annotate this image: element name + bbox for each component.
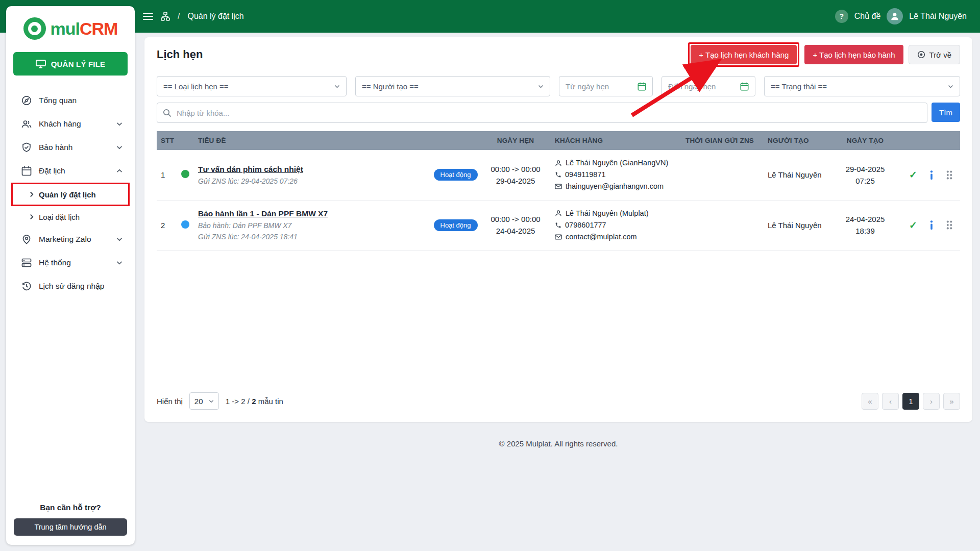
sidebar-item-lich-su-dang-nhap[interactable]: Lịch sử đăng nhập <box>6 274 135 298</box>
user-name[interactable]: Lê Thái Nguyên <box>909 12 967 21</box>
chevron-right-icon <box>30 191 34 197</box>
menu-toggle-icon[interactable] <box>143 12 153 20</box>
created-time: 07:25 <box>832 175 898 187</box>
sidebar-item-marketing-zalo[interactable]: Marketing Zalo <box>6 228 135 251</box>
search-button[interactable]: Tìm <box>932 103 960 122</box>
guide-center-button[interactable]: Trung tâm hướng dẫn <box>14 518 127 536</box>
sidebar-footer: Bạn cần hỗ trợ? Trung tâm hướng dẫn <box>6 503 135 545</box>
creator-name: Lê Thái Nguyên <box>761 170 832 179</box>
search-input[interactable] <box>157 103 927 123</box>
sidebar-item-khach-hang[interactable]: Khách hàng <box>6 112 135 136</box>
sidebar-item-bao-hanh[interactable]: Bảo hành <box>6 136 135 159</box>
topbar: / Quản lý đặt lịch ? Chủ đề Lê Thái Nguy… <box>0 0 980 33</box>
file-manager-button[interactable]: QUẢN LÝ FILE <box>13 52 128 76</box>
appointment-title-link[interactable]: Tư vấn dán phim cách nhiệt <box>198 165 303 174</box>
appointment-date: 29-04-2025 <box>482 175 549 187</box>
zns-note: Gửi ZNS lúc: 24-04-2025 18:41 <box>198 233 429 241</box>
mail-icon <box>555 234 562 240</box>
chevron-right-icon <box>30 214 34 220</box>
annotation-box-sidebar: Quản lý đặt lịch <box>11 183 130 206</box>
main-content: Lịch hẹn + Tạo lịch hẹn khách hàng + Tạo… <box>144 37 972 448</box>
more-actions-icon[interactable] <box>946 170 953 180</box>
person-icon <box>555 210 562 217</box>
row-index: 2 <box>157 221 181 230</box>
theme-label[interactable]: Chủ đề <box>854 12 881 21</box>
create-customer-appointment-button[interactable]: + Tạo lịch hẹn khách hàng <box>691 45 797 64</box>
history-icon <box>21 281 32 291</box>
phone-icon <box>555 171 561 178</box>
pagination-next-button[interactable]: › <box>923 393 940 410</box>
app-logo[interactable]: mulCRM <box>6 6 135 51</box>
back-button[interactable]: Trở về <box>909 45 960 64</box>
sidebar-menu: Tổng quan Khách hàng Bảo hành Đặt lịch Q… <box>6 89 135 503</box>
chevron-down-icon <box>116 237 122 241</box>
created-date: 29-04-2025 <box>832 163 898 175</box>
chevron-down-icon <box>334 85 340 88</box>
table-row: 2 Bảo hành lần 1 - Dán PPF BMW X7 Bảo hà… <box>157 201 960 251</box>
theme-icon[interactable]: ? <box>835 10 848 23</box>
table-row: 1 Tư vấn dán phim cách nhiệt Gửi ZNS lúc… <box>157 150 960 201</box>
customer-name: Lê Thái Nguyên (GianHangVN) <box>566 157 668 169</box>
table-header-row: STT TIÊU ĐỀ NGÀY HẸN KHÁCH HÀNG THỜI GIA… <box>157 131 960 150</box>
pagination-page-1-button[interactable]: 1 <box>902 393 919 410</box>
sidebar-item-he-thong[interactable]: Hệ thống <box>6 251 135 274</box>
chevron-down-icon <box>116 122 122 126</box>
mail-icon <box>555 184 562 189</box>
row-index: 1 <box>157 170 181 179</box>
user-avatar[interactable] <box>887 8 903 24</box>
appointment-date: 24-04-2025 <box>482 225 549 237</box>
logo-icon <box>23 17 46 40</box>
sidebar-item-dat-lich[interactable]: Đặt lịch <box>6 159 135 183</box>
page-size-select[interactable]: 20 <box>189 392 219 410</box>
search-bar: Tìm <box>157 103 960 123</box>
page-title: Lịch hẹn <box>157 48 203 61</box>
users-icon <box>21 119 32 129</box>
confirm-action-icon[interactable]: ✓ <box>909 169 917 181</box>
chevron-down-icon <box>538 85 544 88</box>
filter-status-select[interactable]: == Trạng thái == <box>764 76 960 96</box>
breadcrumb-separator: / <box>178 12 180 21</box>
filter-from-date-input[interactable]: Từ ngày hẹn <box>559 76 653 96</box>
customer-name: Lê Thái Nguyên (Mulplat) <box>566 208 649 219</box>
appointments-card: Lịch hẹn + Tạo lịch hẹn khách hàng + Tạo… <box>144 37 972 422</box>
chevron-down-icon <box>948 85 953 88</box>
support-text: Bạn cần hỗ trợ? <box>6 503 135 512</box>
created-date: 24-04-2025 <box>832 213 898 225</box>
sidebar-subitem-quan-ly-dat-lich[interactable]: Quản lý đặt lịch <box>13 184 128 205</box>
phone-icon <box>555 222 561 229</box>
appointments-table: STT TIÊU ĐỀ NGÀY HẸN KHÁCH HÀNG THỜI GIA… <box>157 131 960 251</box>
logo-text-mul: mul <box>51 19 80 38</box>
appointment-time: 00:00 -> 00:00 <box>482 163 549 175</box>
pagination-last-button[interactable]: » <box>943 393 960 410</box>
filter-type-select[interactable]: == Loại lịch hẹn == <box>157 76 347 96</box>
confirm-action-icon[interactable]: ✓ <box>909 219 917 231</box>
info-action-icon[interactable] <box>929 220 934 230</box>
logo-text-crm: CRM <box>80 19 117 38</box>
appointment-title-link[interactable]: Bảo hành lần 1 - Dán PPF BMW X7 <box>198 209 328 218</box>
pagination-prev-button[interactable]: ‹ <box>882 393 899 410</box>
target-icon <box>917 51 925 59</box>
chevron-down-icon <box>209 399 214 403</box>
breadcrumb[interactable]: Quản lý đặt lịch <box>187 12 243 21</box>
pagination-first-button[interactable]: « <box>862 393 878 410</box>
sitemap-icon[interactable] <box>161 12 170 21</box>
filter-creator-select[interactable]: == Người tạo == <box>355 76 550 96</box>
zns-note: Gửi ZNS lúc: 29-04-2025 07:26 <box>198 177 429 185</box>
sidebar-subitem-loai-dat-lich[interactable]: Loại đặt lịch <box>6 206 135 228</box>
page-size-label: Hiển thị <box>157 397 183 406</box>
create-warranty-appointment-button[interactable]: + Tạo lịch hẹn bảo hành <box>804 45 903 64</box>
status-badge: Hoạt động <box>434 219 478 231</box>
calendar-icon <box>740 82 749 91</box>
map-pin-icon <box>21 234 32 244</box>
info-action-icon[interactable] <box>929 170 934 180</box>
shield-icon <box>21 142 32 153</box>
status-dot <box>181 170 189 178</box>
more-actions-icon[interactable] <box>946 220 953 230</box>
footer-copyright: © 2025 Mulplat. All rights reserved. <box>144 439 972 448</box>
sidebar-item-tong-quan[interactable]: Tổng quan <box>6 89 135 112</box>
person-icon <box>555 160 562 167</box>
warranty-note: Bảo hành: Dán PPF BMW X7 <box>198 221 429 230</box>
chevron-down-icon <box>116 145 122 149</box>
dashboard-icon <box>21 95 32 106</box>
filter-to-date-input[interactable]: Đến ngày hẹn <box>662 76 755 96</box>
